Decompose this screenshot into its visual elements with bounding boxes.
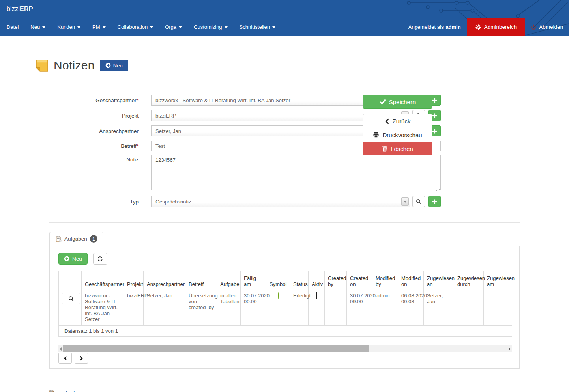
resize-grip[interactable] bbox=[436, 187, 440, 191]
note-detail-panel: Geschäftspartner* bizzworxx - Software &… bbox=[42, 86, 527, 377]
aktiv-checkbox[interactable] bbox=[316, 292, 317, 299]
cell-modified-by: admin bbox=[372, 289, 398, 326]
logged-in-user: admin bbox=[445, 24, 460, 30]
action-buttons: Speichern Zurück Druckvorschau Löschen bbox=[363, 95, 432, 211]
column-header: Fällig am bbox=[241, 271, 266, 289]
nav-label: Schnittstellen bbox=[240, 24, 270, 30]
nav-label: Neu bbox=[30, 24, 40, 30]
chevron-down-icon bbox=[272, 26, 275, 28]
record-count: Datensatz 1 bis 1 von 1 bbox=[59, 326, 512, 337]
column-header: Modified on bbox=[398, 271, 424, 289]
admin-area-button[interactable]: Adminbereich bbox=[467, 18, 525, 36]
next-page-button[interactable] bbox=[75, 353, 88, 364]
logout-label: Abmelden bbox=[539, 24, 563, 30]
tab-aufgaben[interactable]: Aufgaben 1 bbox=[49, 232, 103, 246]
cell-zugewiesen-am bbox=[484, 289, 512, 326]
chevron-left-icon bbox=[63, 356, 67, 361]
topbar: bizziERP Datei Neu Kunden PM Collaborati… bbox=[0, 0, 569, 36]
chevron-right-icon bbox=[79, 356, 84, 361]
plus-icon bbox=[432, 129, 437, 134]
new-task-label: Neu bbox=[72, 256, 82, 262]
tab-strip: Aufgaben 1 bbox=[49, 231, 520, 246]
logged-in-status: Angemeldet alsadmin bbox=[408, 18, 461, 36]
cell-zugewiesen-durch bbox=[454, 289, 484, 326]
column-header: Zugewiesen durch bbox=[454, 271, 484, 289]
note-form: Geschäftspartner* bizzworxx - Software &… bbox=[42, 95, 527, 211]
search-icon bbox=[68, 296, 74, 302]
nav-item-datei[interactable]: Datei bbox=[7, 18, 19, 36]
column-header: Aktiv bbox=[309, 271, 325, 289]
refresh-icon bbox=[97, 256, 103, 262]
nav-label: Collaboration bbox=[118, 24, 148, 30]
tasks-table: Geschäftspartner Projekt Ansprechpartner… bbox=[58, 271, 512, 337]
nav-item-pm[interactable]: PM bbox=[92, 18, 106, 36]
nav-label: Kunden bbox=[57, 24, 75, 30]
app-logo[interactable]: bizziERP bbox=[7, 6, 33, 12]
cell-open bbox=[59, 289, 82, 326]
column-header: Zugewiesen am bbox=[484, 271, 512, 289]
logout-button[interactable]: Abmelden bbox=[525, 18, 569, 36]
footer-link-aufgaben[interactable]: Aufgaben bbox=[58, 390, 83, 392]
prev-page-button[interactable] bbox=[58, 353, 72, 364]
nav-item-orga[interactable]: Orga bbox=[165, 18, 182, 36]
scroll-left-arrow-icon[interactable] bbox=[60, 347, 62, 351]
plus-circle-icon bbox=[105, 63, 111, 68]
column-header: Created on bbox=[347, 271, 372, 289]
table-header: Geschäftspartner Projekt Ansprechpartner… bbox=[59, 271, 512, 289]
horizontal-scrollbar[interactable] bbox=[58, 345, 512, 352]
form-row-ansprechpartner: Ansprechpartner Setzer, Jan bbox=[49, 125, 351, 136]
form-row-projekt: Projekt bizziERP bbox=[49, 110, 351, 121]
nav-label: Orga bbox=[165, 24, 176, 30]
field-control bbox=[151, 155, 441, 192]
notiz-textarea[interactable] bbox=[151, 155, 441, 190]
status-dot-green bbox=[278, 292, 279, 299]
label-text: Typ bbox=[130, 199, 139, 205]
cell-betreff: Übersetzung von created_by bbox=[185, 289, 217, 326]
refresh-button[interactable] bbox=[93, 253, 107, 265]
scrollbar-thumb[interactable] bbox=[63, 345, 369, 352]
plus-icon bbox=[432, 113, 437, 118]
new-note-label: Neu bbox=[113, 63, 123, 69]
nav-item-schnittstellen[interactable]: Schnittstellen bbox=[240, 18, 275, 36]
tab-label: Aufgaben bbox=[64, 236, 87, 242]
field-label: Projekt bbox=[49, 113, 139, 119]
form-fields: Geschäftspartner* bizzworxx - Software &… bbox=[49, 95, 351, 211]
table-footer-row: Datensatz 1 bis 1 von 1 bbox=[59, 326, 512, 337]
footer-links: Aufgaben bbox=[48, 390, 569, 392]
back-button[interactable]: Zurück bbox=[363, 114, 432, 128]
column-header: Zugewiesen an bbox=[424, 271, 454, 289]
label-text: Ansprechpartner bbox=[99, 128, 139, 134]
form-row-betreff: Betreff* bbox=[49, 141, 351, 151]
nav-item-neu[interactable]: Neu bbox=[30, 18, 45, 36]
header-divider bbox=[36, 80, 533, 80]
field-label: Geschäftspartner* bbox=[49, 97, 139, 103]
label-text: Geschäftspartner bbox=[95, 97, 137, 103]
new-task-button[interactable]: Neu bbox=[58, 253, 88, 265]
table-row: bizzworxx - Software & IT-Beratung Wirt.… bbox=[59, 289, 512, 326]
main-nav: Datei Neu Kunden PM Collaboration Orga C… bbox=[0, 18, 569, 36]
required-marker: * bbox=[137, 97, 139, 103]
label-text: Betreff bbox=[121, 143, 137, 149]
cell-ansprechpartner: Setzer, Jan bbox=[144, 289, 185, 326]
column-header: Status bbox=[290, 271, 309, 289]
delete-button[interactable]: Löschen bbox=[363, 142, 432, 156]
nav-item-customizing[interactable]: Customizing bbox=[194, 18, 228, 36]
plus-icon bbox=[432, 98, 437, 103]
nav-item-collaboration[interactable]: Collaboration bbox=[118, 18, 153, 36]
logged-in-prefix: Angemeldet als bbox=[408, 24, 444, 30]
nav-item-kunden[interactable]: Kunden bbox=[57, 18, 80, 36]
field-label: Typ bbox=[49, 199, 139, 205]
print-preview-button[interactable]: Druckvorschau bbox=[363, 128, 432, 142]
note-icon bbox=[36, 59, 49, 72]
column-header bbox=[59, 271, 82, 289]
open-task-button[interactable] bbox=[62, 293, 80, 304]
required-marker: * bbox=[137, 143, 139, 149]
label-text: Notiz bbox=[126, 157, 139, 162]
save-button[interactable]: Speichern bbox=[363, 95, 432, 109]
form-row-notiz: Notiz bbox=[49, 155, 351, 192]
field-label: Ansprechpartner bbox=[49, 128, 139, 134]
logo-text: bizzi bbox=[7, 6, 20, 12]
scroll-right-arrow-icon[interactable] bbox=[509, 347, 511, 351]
column-header: Ansprechpartner bbox=[144, 271, 185, 289]
new-note-button[interactable]: Neu bbox=[100, 60, 128, 71]
